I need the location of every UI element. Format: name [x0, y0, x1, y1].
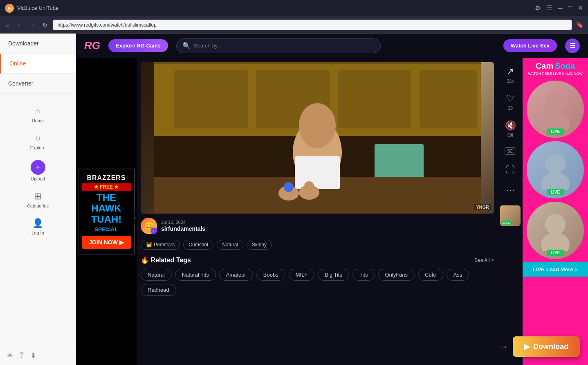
settings-icon[interactable]: ⚙: [535, 4, 541, 12]
cam-live-badge-3: LIVE: [547, 250, 564, 256]
brazzers-free: ★ FREE ★: [82, 183, 131, 191]
address-bar: ⌂ ← → ↻ 🔖: [0, 16, 588, 34]
see-all-link[interactable]: See All >: [474, 257, 494, 263]
svg-rect-5: [338, 70, 411, 128]
video-thumbnail[interactable]: LIVE: [500, 205, 521, 226]
related-tag[interactable]: Boobs: [256, 269, 285, 281]
brazzers-ad[interactable]: BRAZZERS ★ FREE ★ THE HAWK TUAH! SPECIAL…: [78, 169, 135, 255]
share-icon[interactable]: ↗: [507, 66, 514, 77]
svg-rect-11: [295, 156, 340, 189]
tag-label: Natural: [222, 242, 238, 248]
close-button[interactable]: ✕: [578, 4, 583, 12]
related-tag[interactable]: Natural: [141, 269, 172, 281]
sidebar: Downloader Online Converter ⌂ Home ○ Exp…: [0, 34, 76, 365]
download-bar: → ▶ Download: [499, 336, 580, 357]
load-more-button[interactable]: LIVE Load More >: [523, 262, 588, 277]
minimize-button[interactable]: ─: [558, 5, 562, 12]
nav-upload[interactable]: + Upload: [31, 160, 45, 181]
related-tags-grid: Natural Natural Tits Amateur Boobs MILF …: [141, 269, 494, 296]
cam-profile-2[interactable]: LIVE: [527, 141, 584, 198]
forward-button[interactable]: →: [28, 20, 37, 30]
bookmark-icon[interactable]: 🔖: [576, 21, 584, 29]
section-header: 🔥 Related Tags See All >: [141, 256, 494, 264]
related-tag[interactable]: Ass: [447, 269, 469, 281]
app-name: VidJuice UniTube: [17, 5, 58, 11]
search-input[interactable]: [194, 43, 375, 49]
video-tags-row: 👑 Pornstars Cumshot Natural Skinny: [141, 240, 494, 250]
related-tag[interactable]: Natural Tits: [175, 269, 216, 281]
camsoda-logo: Cam: [536, 61, 553, 71]
tag-cumshot[interactable]: Cumshot: [183, 240, 213, 250]
quality-control: SD: [505, 147, 516, 155]
theme-icon[interactable]: ☀: [7, 351, 13, 360]
titlebar: ▶ VidJuice UniTube ⚙ ☰ ─ □ ✕: [0, 0, 588, 16]
nav-explore[interactable]: ○ Explore: [30, 133, 45, 150]
video-scene: [141, 62, 494, 214]
download-button[interactable]: ▶ Download: [513, 336, 580, 357]
home-button[interactable]: ⌂: [4, 20, 11, 30]
sidebar-item-downloader[interactable]: Downloader: [0, 34, 76, 54]
more-control: ⋯: [506, 185, 515, 196]
cam-profile-3[interactable]: LIVE: [527, 202, 584, 259]
rg-logo: RG: [84, 39, 100, 52]
search-icon: 🔍: [182, 42, 191, 50]
svg-rect-6: [420, 70, 477, 128]
page-main: BRAZZERS ★ FREE ★ THE HAWK TUAH! SPECIAL…: [76, 58, 588, 365]
related-tag[interactable]: MILF: [289, 269, 315, 281]
upload-icon: +: [31, 160, 45, 175]
quality-badge[interactable]: SD: [505, 147, 516, 155]
related-tag[interactable]: Redhead: [141, 284, 176, 296]
cam-profile-1[interactable]: LIVE: [527, 81, 584, 138]
video-section: YNGR 😊 + Jul 12, 2024 sirfundamentals: [137, 58, 498, 365]
sidebar-item-online[interactable]: Online: [0, 54, 76, 74]
video-player[interactable]: YNGR: [141, 62, 494, 214]
svg-point-19: [541, 172, 570, 190]
join-now-button[interactable]: JOIN NOW ▶: [82, 236, 131, 249]
related-tags-section: 🔥 Related Tags See All > Natural Natural…: [141, 256, 494, 296]
video-meta: Jul 12, 2024 sirfundamentals: [161, 220, 205, 232]
tag-skinny[interactable]: Skinny: [247, 240, 272, 250]
menu-icon[interactable]: ☰: [546, 4, 552, 12]
back-button[interactable]: ←: [15, 20, 24, 30]
special-text: SPECIAL: [82, 226, 131, 232]
url-input[interactable]: [53, 20, 572, 30]
app-logo: ▶ VidJuice UniTube: [5, 4, 58, 13]
sidebar-item-converter[interactable]: Converter: [0, 74, 76, 94]
help-icon[interactable]: ?: [20, 351, 24, 360]
volume-control: 🔇 Off: [505, 120, 516, 137]
related-tag[interactable]: Amateur: [219, 269, 253, 281]
right-ad: Cam Soda WATCH FREE LIVE CAMS NOW LIVE: [523, 58, 588, 365]
heart-icon[interactable]: ♡: [506, 93, 514, 104]
nav-categories[interactable]: ⊞ Categories: [27, 191, 49, 208]
sidebar-bottom: ☀ ? ⬇: [0, 346, 76, 365]
related-tag[interactable]: Cute: [418, 269, 443, 281]
explore-cams-button[interactable]: Explore RG Cams: [108, 39, 168, 52]
camsoda-logo2: Soda: [555, 61, 575, 71]
tag-label: Skinny: [252, 242, 267, 248]
nav-login[interactable]: 👤 Log In: [31, 218, 44, 235]
plus-badge: +: [150, 228, 157, 234]
volume-icon[interactable]: 🔇: [505, 120, 516, 131]
fullscreen-icon[interactable]: ⛶: [506, 164, 515, 175]
collapse-arrow[interactable]: ‹: [133, 212, 137, 224]
related-tag[interactable]: OnlyFans: [378, 269, 415, 281]
svg-point-17: [541, 111, 570, 130]
left-ad: BRAZZERS ★ FREE ★ THE HAWK TUAH! SPECIAL…: [76, 58, 137, 365]
tag-pornstars[interactable]: 👑 Pornstars: [141, 240, 180, 250]
app-body: Downloader Online Converter ⌂ Home ○ Exp…: [0, 34, 588, 365]
nav-home[interactable]: ⌂ Home: [32, 106, 44, 123]
watch-live-button[interactable]: Watch Live Sex: [503, 39, 557, 52]
site-menu-button[interactable]: ☰: [565, 38, 580, 53]
svg-point-21: [541, 232, 570, 251]
related-tag[interactable]: Tits: [352, 269, 375, 281]
maximize-button[interactable]: □: [568, 5, 572, 12]
svg-point-20: [545, 214, 566, 234]
live-badge: LIVE: [501, 221, 512, 225]
reload-button[interactable]: ↻: [41, 20, 49, 30]
related-tag[interactable]: Big Tits: [318, 269, 349, 281]
video-username[interactable]: sirfundamentals: [161, 225, 205, 232]
tag-natural[interactable]: Natural: [217, 240, 243, 250]
more-icon[interactable]: ⋯: [506, 185, 515, 196]
downloads-icon[interactable]: ⬇: [30, 351, 36, 360]
content-area: RG Explore RG Cams 🔍 Watch Live Sex ☰ BR…: [76, 34, 588, 365]
